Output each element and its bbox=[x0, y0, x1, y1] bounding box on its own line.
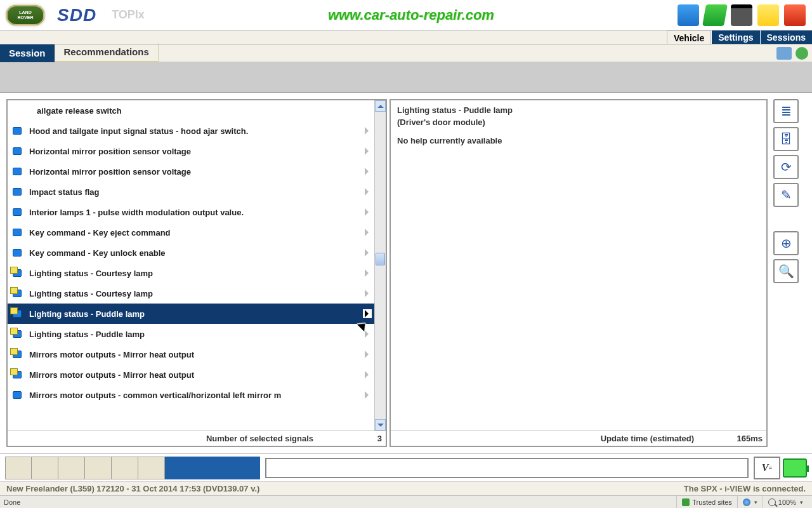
signal-row[interactable]: Horizontal mirror position sensor voltag… bbox=[8, 141, 374, 161]
refresh-button[interactable]: ⟳ bbox=[773, 155, 799, 179]
zoom-icon bbox=[768, 498, 776, 506]
scrollbar[interactable] bbox=[374, 100, 386, 431]
multi-signal-icon bbox=[13, 371, 22, 378]
app-header: SDD TOPIx www.car-auto-repair.com bbox=[0, 0, 812, 30]
signal-row[interactable]: Lighting status - Courtesy lamp bbox=[8, 263, 374, 283]
chevron-right-icon[interactable] bbox=[363, 289, 372, 298]
tool-6-button[interactable] bbox=[138, 457, 165, 479]
command-input[interactable] bbox=[265, 458, 749, 478]
signal-row[interactable]: Hood and tailgate input signal status - … bbox=[8, 121, 374, 141]
primary-nav: Vehicle Settings Sessions bbox=[0, 30, 812, 44]
signal-row[interactable]: Horizontal mirror position sensor voltag… bbox=[8, 161, 374, 182]
signal-label: Mirrors motor outputs - Mirror heat outp… bbox=[29, 370, 360, 380]
multi-signal-icon bbox=[13, 269, 22, 277]
multi-signal-icon bbox=[13, 310, 22, 318]
chevron-right-icon[interactable] bbox=[363, 370, 372, 379]
chevron-right-icon[interactable] bbox=[363, 167, 372, 176]
signal-list: ailgate release switchHood and tailgate … bbox=[8, 100, 386, 431]
tab-session[interactable]: Session bbox=[0, 44, 55, 62]
signal-icon bbox=[13, 249, 22, 257]
signal-label: Key command - Key eject command bbox=[29, 228, 360, 237]
extinguisher-icon[interactable] bbox=[784, 4, 806, 26]
signal-row[interactable]: Lighting status - Courtesy lamp bbox=[8, 283, 374, 304]
chevron-right-icon[interactable] bbox=[363, 187, 372, 196]
zoom-control[interactable]: 100% bbox=[763, 496, 808, 508]
signal-row[interactable]: Key command - Key unlock enable bbox=[8, 243, 374, 263]
tab-vehicle[interactable]: Vehicle bbox=[667, 30, 711, 44]
scroll-up-icon[interactable] bbox=[375, 100, 386, 112]
signal-row[interactable]: Key command - Key eject command bbox=[8, 222, 374, 243]
zoom-value: 100% bbox=[778, 498, 796, 506]
zone-dropdown[interactable] bbox=[737, 496, 763, 508]
inspect-button[interactable]: 🔍 bbox=[773, 259, 799, 283]
connection-status: The SPX - i-VIEW is connected. bbox=[684, 484, 806, 493]
chevron-right-icon[interactable] bbox=[363, 350, 372, 359]
scroll-down-icon[interactable] bbox=[375, 419, 386, 431]
globe-icon bbox=[743, 498, 750, 506]
signal-row[interactable]: Mirrors motor outputs - common vertical/… bbox=[8, 385, 374, 405]
signal-icon bbox=[13, 168, 22, 175]
signal-icon bbox=[13, 229, 22, 236]
chevron-right-icon[interactable] bbox=[363, 248, 372, 257]
tool-4-button[interactable] bbox=[85, 457, 112, 479]
chevron-right-icon[interactable] bbox=[363, 391, 372, 399]
chevron-right-icon[interactable] bbox=[363, 126, 372, 135]
tool-3-button[interactable] bbox=[58, 457, 85, 479]
notepad-icon[interactable] bbox=[731, 4, 752, 26]
signal-label: Lighting status - Puddle lamp bbox=[29, 330, 360, 339]
signal-row[interactable]: Lighting status - Puddle lamp bbox=[8, 304, 374, 324]
signal-row[interactable]: Mirrors motor outputs - Mirror heat outp… bbox=[8, 364, 374, 385]
detail-nohelp: No help currently available bbox=[397, 136, 760, 145]
signal-label: Mirrors motor outputs - Mirror heat outp… bbox=[29, 350, 360, 359]
signal-label: Interior lamps 1 - pulse width modulatio… bbox=[29, 208, 360, 217]
vehicle-session-info: New Freelander (L359) 172120 - 31 Oct 20… bbox=[6, 484, 259, 493]
camera-icon[interactable] bbox=[776, 47, 792, 60]
landrover-logo-icon bbox=[6, 5, 44, 25]
add-view-button[interactable]: ⊕ bbox=[773, 231, 799, 255]
workspace: ailgate release switchHood and tailgate … bbox=[0, 93, 812, 453]
right-status-line: Update time (estimated) 165ms bbox=[391, 431, 766, 446]
security-zone[interactable]: Trusted sites bbox=[676, 496, 737, 508]
side-button-column: ≣ 🗄 ⟳ ✎ ⊕ 🔍 bbox=[770, 99, 802, 447]
signal-label: Horizontal mirror position sensor voltag… bbox=[29, 147, 360, 156]
chevron-right-icon[interactable] bbox=[363, 269, 372, 277]
save-button[interactable]: 🗄 bbox=[773, 127, 799, 151]
scroll-thumb[interactable] bbox=[376, 253, 385, 265]
trusted-sites-label: Trusted sites bbox=[692, 498, 732, 506]
eraser-button[interactable]: ✎ bbox=[773, 183, 799, 207]
chevron-right-icon[interactable] bbox=[363, 228, 372, 237]
tool-5-button[interactable] bbox=[112, 457, 138, 479]
v-double-button[interactable]: V= bbox=[754, 457, 780, 479]
tab-sessions[interactable]: Sessions bbox=[760, 30, 812, 44]
battery-icon bbox=[783, 458, 807, 478]
chevron-right-icon[interactable] bbox=[363, 208, 372, 217]
chevron-right-icon[interactable] bbox=[363, 330, 372, 338]
signal-icon bbox=[13, 391, 22, 399]
signal-row[interactable]: ailgate release switch bbox=[8, 100, 374, 121]
tab-settings[interactable]: Settings bbox=[711, 30, 759, 44]
browser-status-bar: Done Trusted sites 100% bbox=[0, 495, 812, 508]
signal-row[interactable]: Impact status flag bbox=[8, 182, 374, 202]
signal-row[interactable]: Interior lamps 1 - pulse width modulatio… bbox=[8, 202, 374, 222]
signal-icon bbox=[13, 127, 22, 135]
chevron-right-icon[interactable] bbox=[363, 147, 372, 156]
signal-icon bbox=[13, 147, 22, 155]
signal-row[interactable]: Mirrors motor outputs - Mirror heat outp… bbox=[8, 344, 374, 364]
list-view-button[interactable]: ≣ bbox=[773, 99, 799, 123]
sticky-note-icon[interactable] bbox=[757, 4, 779, 26]
signal-row[interactable]: Lighting status - Puddle lamp bbox=[8, 324, 374, 344]
tool-2-button[interactable] bbox=[32, 457, 58, 479]
browser-done: Done bbox=[4, 498, 20, 506]
signal-label: Horizontal mirror position sensor voltag… bbox=[29, 167, 360, 177]
signal-icon bbox=[13, 208, 22, 216]
watermark-text: www.car-auto-repair.com bbox=[145, 7, 678, 23]
tool-1-button[interactable] bbox=[5, 457, 32, 479]
tab-recommendations[interactable]: Recommendations bbox=[55, 43, 159, 63]
left-status-line: Number of selected signals 3 bbox=[8, 431, 386, 446]
chevron-right-icon[interactable] bbox=[363, 309, 372, 318]
monitor-icon[interactable] bbox=[678, 4, 699, 26]
multi-signal-icon bbox=[13, 290, 22, 297]
detail-title: Lighting status - Puddle lamp bbox=[397, 105, 760, 115]
cash-icon[interactable] bbox=[702, 4, 728, 26]
selected-signals-label: Number of selected signals bbox=[11, 434, 318, 443]
